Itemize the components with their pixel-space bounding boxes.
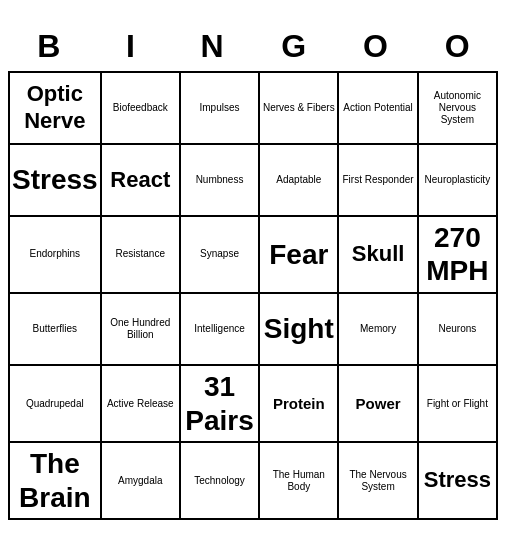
bingo-cell: Numbness xyxy=(181,145,260,217)
cell-text: Memory xyxy=(360,323,396,335)
cell-text: Impulses xyxy=(200,102,240,114)
cell-text: Power xyxy=(356,395,401,413)
bingo-cell: Amygdala xyxy=(102,443,181,520)
header-letter: I xyxy=(92,28,168,65)
cell-text: Active Release xyxy=(107,398,174,410)
bingo-cell: Quadrupedal xyxy=(10,366,102,443)
bingo-cell: First Responder xyxy=(339,145,418,217)
bingo-cell: Sight xyxy=(260,294,339,366)
cell-text: Protein xyxy=(273,395,325,413)
cell-text: Nerves & Fibers xyxy=(263,102,335,114)
header-letter: N xyxy=(174,28,250,65)
bingo-cell: Action Potential xyxy=(339,73,418,145)
bingo-cell: Adaptable xyxy=(260,145,339,217)
cell-text: Intelligence xyxy=(194,323,245,335)
cell-text: React xyxy=(110,167,170,193)
cell-text: 31 Pairs xyxy=(183,370,256,437)
bingo-cell: 270 MPH xyxy=(419,217,498,294)
cell-text: Butterflies xyxy=(33,323,77,335)
cell-text: Resistance xyxy=(116,248,165,260)
cell-text: Quadrupedal xyxy=(26,398,84,410)
bingo-cell: Endorphins xyxy=(10,217,102,294)
cell-text: Synapse xyxy=(200,248,239,260)
cell-text: Adaptable xyxy=(276,174,321,186)
cell-text: Stress xyxy=(12,163,98,197)
bingo-card: BINGOO Optic NerveBiofeedbackImpulsesNer… xyxy=(8,24,498,521)
bingo-cell: Stress xyxy=(419,443,498,520)
bingo-cell: Neurons xyxy=(419,294,498,366)
cell-text: Fight or Flight xyxy=(427,398,488,410)
bingo-cell: Technology xyxy=(181,443,260,520)
cell-text: Amygdala xyxy=(118,475,162,487)
bingo-cell: Skull xyxy=(339,217,418,294)
bingo-cell: Fear xyxy=(260,217,339,294)
bingo-cell: Nerves & Fibers xyxy=(260,73,339,145)
bingo-cell: Optic Nerve xyxy=(10,73,102,145)
cell-text: One Hundred Billion xyxy=(104,317,177,341)
cell-text: Numbness xyxy=(196,174,244,186)
cell-text: Autonomic Nervous System xyxy=(421,90,494,126)
bingo-cell: Neuroplasticity xyxy=(419,145,498,217)
cell-text: Optic Nerve xyxy=(12,81,98,134)
cell-text: 270 MPH xyxy=(421,221,494,288)
cell-text: The Nervous System xyxy=(341,469,414,493)
bingo-cell: Butterflies xyxy=(10,294,102,366)
bingo-cell: The Human Body xyxy=(260,443,339,520)
bingo-cell: Fight or Flight xyxy=(419,366,498,443)
cell-text: Sight xyxy=(264,312,334,346)
cell-text: Technology xyxy=(194,475,245,487)
cell-text: First Responder xyxy=(343,174,414,186)
bingo-cell: Synapse xyxy=(181,217,260,294)
cell-text: Neurons xyxy=(438,323,476,335)
cell-text: Skull xyxy=(352,241,405,267)
cell-text: Endorphins xyxy=(30,248,81,260)
bingo-cell: 31 Pairs xyxy=(181,366,260,443)
bingo-cell: Biofeedback xyxy=(102,73,181,145)
cell-text: Fear xyxy=(269,238,328,272)
cell-text: Biofeedback xyxy=(113,102,168,114)
bingo-cell: Protein xyxy=(260,366,339,443)
header-letter: O xyxy=(419,28,495,65)
bingo-grid: Optic NerveBiofeedbackImpulsesNerves & F… xyxy=(8,71,498,521)
bingo-cell: Intelligence xyxy=(181,294,260,366)
bingo-header: BINGOO xyxy=(8,24,498,71)
bingo-cell: Memory xyxy=(339,294,418,366)
cell-text: Stress xyxy=(424,467,491,493)
bingo-cell: Power xyxy=(339,366,418,443)
bingo-cell: Autonomic Nervous System xyxy=(419,73,498,145)
header-letter: O xyxy=(337,28,413,65)
bingo-cell: One Hundred Billion xyxy=(102,294,181,366)
cell-text: Action Potential xyxy=(343,102,413,114)
header-letter: B xyxy=(11,28,87,65)
bingo-cell: The Nervous System xyxy=(339,443,418,520)
cell-text: The Brain xyxy=(12,447,98,514)
bingo-cell: Stress xyxy=(10,145,102,217)
bingo-cell: Impulses xyxy=(181,73,260,145)
bingo-cell: Active Release xyxy=(102,366,181,443)
bingo-cell: React xyxy=(102,145,181,217)
bingo-cell: The Brain xyxy=(10,443,102,520)
bingo-cell: Resistance xyxy=(102,217,181,294)
header-letter: G xyxy=(256,28,332,65)
cell-text: Neuroplasticity xyxy=(425,174,491,186)
cell-text: The Human Body xyxy=(262,469,335,493)
